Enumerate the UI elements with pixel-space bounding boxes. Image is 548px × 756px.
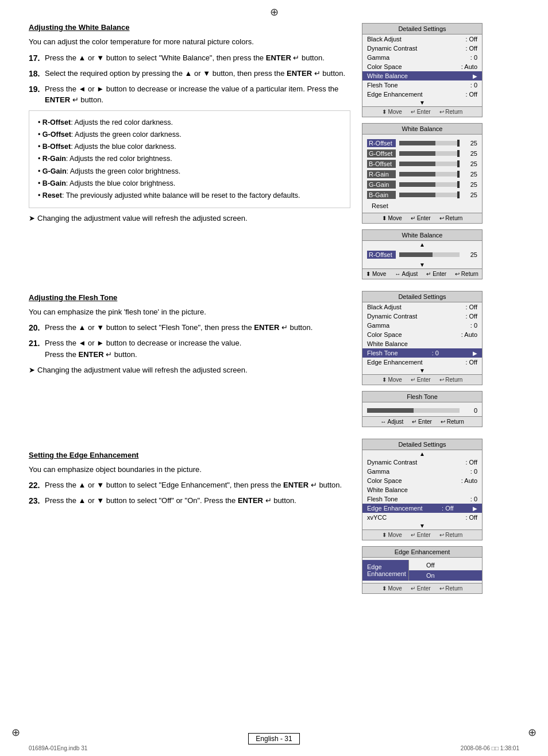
panel1-row-black-adjust: Black Adjust : Off (362, 34, 482, 44)
detailed-settings-title-1: Detailed Settings (362, 24, 482, 34)
wb-r-gain-row: R-Gain 25 (367, 170, 477, 178)
note-arrow-icon: ➤ (29, 213, 35, 224)
section-flesh-tone: Adjusting the Flesh Tone You can emphasi… (29, 293, 350, 376)
flesh-footer-enter: ↵ Enter (411, 377, 431, 383)
panel1-row-gamma: Gamma : 0 (362, 53, 482, 62)
edge-row-xvycc: xvYCC : Off (362, 513, 482, 522)
wb-g-offset-val: 25 (463, 150, 477, 157)
doc-footer-right: 2008-08-06 □□ 1:38:01 (461, 745, 519, 751)
panel1-move: ⬍ Move (382, 109, 402, 115)
edge-row-edge: Edge Enhancement : Off ▶ (362, 504, 482, 513)
panel1-row-flesh-tone: Flesh Tone : 0 (362, 80, 482, 90)
wb-single-return: ↩ Return (455, 271, 478, 277)
white-balance-slider-panel: White Balance R-Offset 25 G-Offset (362, 123, 483, 224)
white-balance-note: ➤ Changing the adjustment value will ref… (29, 213, 350, 224)
bullet-r-gain: R-Gain: Adjusts the red color brightness… (38, 153, 341, 165)
edge-dd-move: ⬍ Move (382, 585, 402, 592)
wb-single-adjust: ↔ Adjust (395, 271, 418, 277)
wb-b-gain-row: B-Gain 25 (367, 191, 477, 199)
wb-b-offset-track (399, 162, 460, 166)
step-20-number: 20. (29, 322, 45, 334)
panel1-return: ↩ Return (439, 109, 463, 115)
wb-single-title: White Balance (362, 230, 482, 241)
wb-g-gain-row: G-Gain 25 (367, 181, 477, 189)
edge-row-gamma: Gamma : 0 (362, 467, 482, 476)
step-21: 21. Press the ◄ or ► button to decrease … (29, 337, 350, 360)
wb-single-down: ▼ (362, 261, 482, 268)
wb-g-offset-label: G-Offset (367, 149, 396, 158)
wb-g-offset-row: G-Offset 25 (367, 149, 477, 158)
edge-row-colorspace: Color Space : Auto (362, 476, 482, 485)
panel1-row-color-space: Color Space : Auto (362, 62, 482, 71)
step-17-number: 17. (29, 52, 45, 64)
edge-footer-move: ⬍ Move (382, 532, 402, 538)
step-20-text: Press the ▲ or ▼ button to select "Flesh… (45, 322, 350, 334)
section-edge-title: Setting the Edge Enhancement (29, 451, 350, 459)
edge-dd-enter: ↵ Enter (411, 585, 431, 592)
wb-slider-area: R-Offset 25 G-Offset 25 (362, 135, 482, 213)
wb-single-label: R-Offset (367, 251, 396, 259)
edge-row-dynamic: Dynamic Contrast : Off (362, 458, 482, 467)
flesh-slider-panel: Flesh Tone 0 ↔ Adjust ↵ Enter ↩ Return (362, 391, 483, 427)
panel1-footer: ⬍ Move ↵ Enter ↩ Return (362, 106, 482, 117)
flesh-row-gamma: Gamma : 0 (362, 321, 482, 330)
edge-dropdown-options: Off On (408, 560, 482, 581)
panel1-row-white-balance: White Balance ▶ (362, 71, 482, 80)
ds-edge-title: Detailed Settings (362, 439, 482, 450)
step-19-text: Press the ◄ or ► button to decrease or i… (45, 83, 350, 106)
flesh-adjust: ↔ Adjust (380, 419, 403, 425)
ds-flesh-title: Detailed Settings (362, 291, 482, 302)
note-text: Changing the adjustment value will refre… (37, 213, 248, 224)
flesh-row-dynamic: Dynamic Contrast : Off (362, 312, 482, 321)
wb-g-gain-track (399, 182, 460, 187)
flesh-tone-note: ➤ Changing the adjustment value will ref… (29, 364, 350, 376)
flesh-tone-panels-group: Detailed Settings Black Adjust : Off Dyn… (362, 291, 488, 427)
doc-footer-left: 01689A-01Eng.indb 31 (29, 745, 87, 751)
wb-footer-enter: ↵ Enter (411, 215, 431, 221)
wb-r-offset-val: 25 (463, 140, 477, 147)
bullet-g-gain: G-Gain: Adjusts the green color brightne… (38, 166, 341, 178)
flesh-track (367, 408, 460, 413)
note-arrow-flesh-icon: ➤ (29, 364, 35, 376)
wb-r-gain-label: R-Gain (367, 170, 396, 178)
edge-dropdown-title: Edge Enhancement (362, 547, 482, 558)
flesh-row-colorspace: Color Space : Auto (362, 330, 482, 339)
edge-panel-footer: ⬍ Move ↵ Enter ↩ Return (362, 529, 482, 540)
bullet-b-offset: B-Offset: Adjusts the blue color darknes… (38, 141, 341, 153)
bullet-g-offset: G-Offset: Adjusts the green color darkne… (38, 129, 341, 141)
step-22-number: 22. (29, 479, 45, 492)
section-flesh-tone-title: Adjusting the Flesh Tone (29, 293, 350, 302)
bullet-b-gain: B-Gain: Adjusts the blue color brightnes… (38, 178, 341, 190)
flesh-enter: ↵ Enter (412, 419, 432, 425)
edge-row-wb: White Balance (362, 485, 482, 494)
edge-footer-enter: ↵ Enter (411, 532, 431, 538)
edge-option-off[interactable]: Off (409, 560, 482, 570)
flesh-slider-title: Flesh Tone (362, 392, 482, 402)
wb-slider-title: White Balance (362, 124, 482, 135)
flesh-slider-footer: ↔ Adjust ↵ Enter ↩ Return (362, 416, 482, 427)
edge-panels-group: Detailed Settings ▲ Dynamic Contrast : O… (362, 439, 488, 594)
wb-r-gain-track (399, 172, 460, 176)
flesh-row-wb: White Balance (362, 339, 482, 348)
step-23-number: 23. (29, 495, 45, 507)
wb-b-offset-row: B-Offset 25 (367, 160, 477, 168)
panel1-row-edge-enhancement: Edge Enhancement : Off (362, 90, 482, 99)
flesh-footer-move: ⬍ Move (382, 377, 402, 383)
edge-option-on[interactable]: On (409, 570, 482, 581)
right-panels: Detailed Settings Black Adjust : Off Dyn… (362, 23, 488, 605)
wb-single-enter: ↵ Enter (426, 271, 446, 277)
wb-single-row: R-Offset 25 (362, 248, 482, 261)
flesh-slider-area: 0 (362, 402, 482, 416)
flesh-row-edge: Edge Enhancement : Off (362, 358, 482, 367)
flesh-tone-steps: 20. Press the ▲ or ▼ button to select "F… (29, 322, 350, 360)
doc-footer: 01689A-01Eng.indb 31 2008-08-06 □□ 1:38:… (29, 745, 519, 751)
panel1-row-dynamic-contrast: Dynamic Contrast : Off (362, 44, 482, 53)
wb-r-offset-row: R-Offset 25 (367, 139, 477, 147)
edge-panel-down: ▼ (362, 522, 482, 529)
section-white-balance-title: Adjusting the White Balance (29, 23, 350, 32)
flesh-val: 0 (463, 407, 477, 414)
step-17-text: Press the ▲ or ▼ button to select "White… (45, 52, 350, 64)
flesh-row-black: Black Adjust : Off (362, 302, 482, 312)
step-20: 20. Press the ▲ or ▼ button to select "F… (29, 322, 350, 334)
step-18-text: Select the required option by pressing t… (45, 68, 350, 80)
